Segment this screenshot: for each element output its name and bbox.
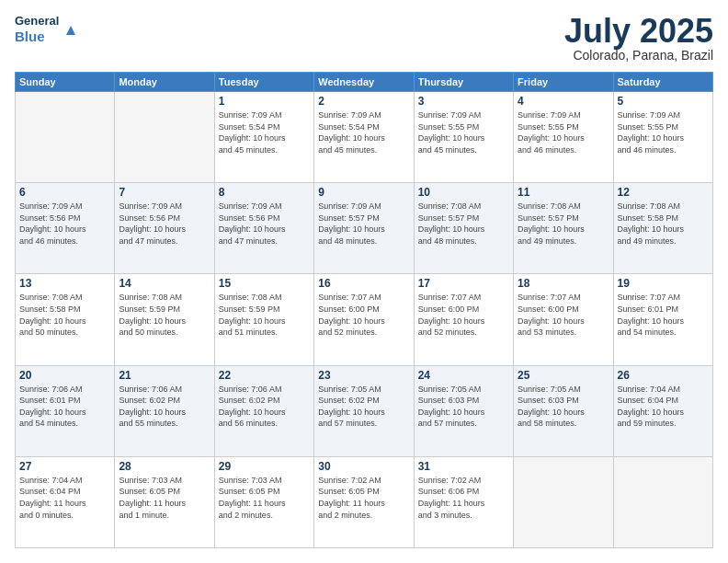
- day-info: Sunrise: 7:09 AM Sunset: 5:56 PM Dayligh…: [119, 201, 210, 247]
- day-info: Sunrise: 7:08 AM Sunset: 5:57 PM Dayligh…: [518, 201, 609, 247]
- title-section: July 2025 Colorado, Parana, Brazil: [564, 15, 713, 63]
- calendar-cell: 25Sunrise: 7:05 AM Sunset: 6:03 PM Dayli…: [514, 365, 613, 456]
- day-info: Sunrise: 7:07 AM Sunset: 6:00 PM Dayligh…: [518, 292, 609, 338]
- day-info: Sunrise: 7:08 AM Sunset: 5:59 PM Dayligh…: [219, 292, 310, 338]
- page: General Blue July 2025 Colorado, Parana,…: [0, 0, 728, 563]
- day-number: 3: [418, 95, 509, 108]
- svg-marker-0: [66, 26, 75, 35]
- calendar-cell: 14Sunrise: 7:08 AM Sunset: 5:59 PM Dayli…: [115, 274, 214, 365]
- day-info: Sunrise: 7:05 AM Sunset: 6:03 PM Dayligh…: [518, 384, 609, 430]
- day-number: 29: [219, 460, 310, 473]
- calendar-cell: 9Sunrise: 7:09 AM Sunset: 5:57 PM Daylig…: [314, 183, 414, 274]
- header-sunday: Sunday: [16, 73, 115, 92]
- day-info: Sunrise: 7:07 AM Sunset: 6:00 PM Dayligh…: [318, 292, 409, 338]
- calendar-cell: 30Sunrise: 7:02 AM Sunset: 6:05 PM Dayli…: [314, 456, 414, 547]
- day-info: Sunrise: 7:09 AM Sunset: 5:56 PM Dayligh…: [19, 201, 110, 247]
- calendar-cell: 2Sunrise: 7:09 AM Sunset: 5:54 PM Daylig…: [314, 92, 414, 183]
- day-number: 22: [219, 369, 310, 382]
- day-number: 30: [318, 460, 409, 473]
- calendar-cell: 23Sunrise: 7:05 AM Sunset: 6:02 PM Dayli…: [314, 365, 414, 456]
- logo-text: General Blue: [15, 15, 59, 44]
- day-info: Sunrise: 7:03 AM Sunset: 6:05 PM Dayligh…: [119, 475, 210, 521]
- day-number: 14: [119, 277, 210, 290]
- calendar-cell: 27Sunrise: 7:04 AM Sunset: 6:04 PM Dayli…: [16, 456, 115, 547]
- weekday-header-row: Sunday Monday Tuesday Wednesday Thursday…: [16, 73, 713, 92]
- logo-chevron-icon: [63, 20, 81, 39]
- calendar-cell: 28Sunrise: 7:03 AM Sunset: 6:05 PM Dayli…: [115, 456, 214, 547]
- day-info: Sunrise: 7:08 AM Sunset: 5:59 PM Dayligh…: [119, 292, 210, 338]
- calendar-cell: 1Sunrise: 7:09 AM Sunset: 5:54 PM Daylig…: [214, 92, 313, 183]
- calendar-cell: 7Sunrise: 7:09 AM Sunset: 5:56 PM Daylig…: [115, 183, 214, 274]
- header-friday: Friday: [514, 73, 613, 92]
- day-info: Sunrise: 7:05 AM Sunset: 6:03 PM Dayligh…: [418, 384, 509, 430]
- day-number: 10: [418, 186, 509, 199]
- calendar-cell: 18Sunrise: 7:07 AM Sunset: 6:00 PM Dayli…: [514, 274, 613, 365]
- calendar-cell: 6Sunrise: 7:09 AM Sunset: 5:56 PM Daylig…: [16, 183, 115, 274]
- day-info: Sunrise: 7:09 AM Sunset: 5:55 PM Dayligh…: [518, 109, 609, 155]
- calendar-cell: 17Sunrise: 7:07 AM Sunset: 6:00 PM Dayli…: [414, 274, 513, 365]
- day-info: Sunrise: 7:08 AM Sunset: 5:57 PM Dayligh…: [418, 201, 509, 247]
- day-info: Sunrise: 7:06 AM Sunset: 6:02 PM Dayligh…: [219, 384, 310, 430]
- calendar-cell: 8Sunrise: 7:09 AM Sunset: 5:56 PM Daylig…: [214, 183, 313, 274]
- day-number: 31: [418, 460, 509, 473]
- calendar-cell: 21Sunrise: 7:06 AM Sunset: 6:02 PM Dayli…: [115, 365, 214, 456]
- day-info: Sunrise: 7:09 AM Sunset: 5:55 PM Dayligh…: [418, 109, 509, 155]
- day-info: Sunrise: 7:09 AM Sunset: 5:56 PM Dayligh…: [219, 201, 310, 247]
- location-subtitle: Colorado, Parana, Brazil: [564, 48, 713, 63]
- day-number: 5: [618, 95, 709, 108]
- day-number: 9: [318, 186, 409, 199]
- calendar-row: 1Sunrise: 7:09 AM Sunset: 5:54 PM Daylig…: [16, 92, 713, 183]
- day-info: Sunrise: 7:04 AM Sunset: 6:04 PM Dayligh…: [19, 475, 110, 521]
- day-number: 6: [19, 186, 110, 199]
- day-info: Sunrise: 7:09 AM Sunset: 5:54 PM Dayligh…: [219, 109, 310, 155]
- day-info: Sunrise: 7:06 AM Sunset: 6:01 PM Dayligh…: [19, 384, 110, 430]
- day-number: 25: [518, 369, 609, 382]
- day-info: Sunrise: 7:04 AM Sunset: 6:04 PM Dayligh…: [618, 384, 709, 430]
- day-number: 28: [119, 460, 210, 473]
- calendar-cell: 20Sunrise: 7:06 AM Sunset: 6:01 PM Dayli…: [16, 365, 115, 456]
- day-info: Sunrise: 7:09 AM Sunset: 5:54 PM Dayligh…: [318, 109, 409, 155]
- day-number: 19: [618, 277, 709, 290]
- calendar-cell: 3Sunrise: 7:09 AM Sunset: 5:55 PM Daylig…: [414, 92, 513, 183]
- calendar-cell: 19Sunrise: 7:07 AM Sunset: 6:01 PM Dayli…: [613, 274, 712, 365]
- header: General Blue July 2025 Colorado, Parana,…: [15, 15, 713, 63]
- calendar-cell: 22Sunrise: 7:06 AM Sunset: 6:02 PM Dayli…: [214, 365, 313, 456]
- calendar-cell: [115, 92, 214, 183]
- calendar-cell: 13Sunrise: 7:08 AM Sunset: 5:58 PM Dayli…: [16, 274, 115, 365]
- calendar-cell: 11Sunrise: 7:08 AM Sunset: 5:57 PM Dayli…: [514, 183, 613, 274]
- calendar-cell: 15Sunrise: 7:08 AM Sunset: 5:59 PM Dayli…: [214, 274, 313, 365]
- calendar-cell: 29Sunrise: 7:03 AM Sunset: 6:05 PM Dayli…: [214, 456, 313, 547]
- calendar-cell: 4Sunrise: 7:09 AM Sunset: 5:55 PM Daylig…: [514, 92, 613, 183]
- day-number: 11: [518, 186, 609, 199]
- calendar-cell: 5Sunrise: 7:09 AM Sunset: 5:55 PM Daylig…: [613, 92, 712, 183]
- header-thursday: Thursday: [414, 73, 513, 92]
- header-wednesday: Wednesday: [314, 73, 414, 92]
- calendar-cell: 16Sunrise: 7:07 AM Sunset: 6:00 PM Dayli…: [314, 274, 414, 365]
- calendar-table: Sunday Monday Tuesday Wednesday Thursday…: [15, 72, 713, 548]
- day-number: 18: [518, 277, 609, 290]
- calendar-cell: 10Sunrise: 7:08 AM Sunset: 5:57 PM Dayli…: [414, 183, 513, 274]
- day-number: 13: [19, 277, 110, 290]
- day-info: Sunrise: 7:09 AM Sunset: 5:57 PM Dayligh…: [318, 201, 409, 247]
- day-number: 2: [318, 95, 409, 108]
- calendar-row: 20Sunrise: 7:06 AM Sunset: 6:01 PM Dayli…: [16, 365, 713, 456]
- day-info: Sunrise: 7:07 AM Sunset: 6:00 PM Dayligh…: [418, 292, 509, 338]
- header-tuesday: Tuesday: [214, 73, 313, 92]
- day-number: 24: [418, 369, 509, 382]
- calendar-row: 6Sunrise: 7:09 AM Sunset: 5:56 PM Daylig…: [16, 183, 713, 274]
- calendar-row: 27Sunrise: 7:04 AM Sunset: 6:04 PM Dayli…: [16, 456, 713, 547]
- day-info: Sunrise: 7:05 AM Sunset: 6:02 PM Dayligh…: [318, 384, 409, 430]
- calendar-cell: [613, 456, 712, 547]
- day-number: 12: [618, 186, 709, 199]
- day-number: 1: [219, 95, 310, 108]
- calendar-cell: 12Sunrise: 7:08 AM Sunset: 5:58 PM Dayli…: [613, 183, 712, 274]
- day-info: Sunrise: 7:07 AM Sunset: 6:01 PM Dayligh…: [618, 292, 709, 338]
- month-title: July 2025: [564, 15, 713, 48]
- day-info: Sunrise: 7:02 AM Sunset: 6:05 PM Dayligh…: [318, 475, 409, 521]
- day-number: 23: [318, 369, 409, 382]
- day-info: Sunrise: 7:06 AM Sunset: 6:02 PM Dayligh…: [119, 384, 210, 430]
- day-number: 17: [418, 277, 509, 290]
- calendar-cell: [16, 92, 115, 183]
- day-number: 27: [19, 460, 110, 473]
- calendar-row: 13Sunrise: 7:08 AM Sunset: 5:58 PM Dayli…: [16, 274, 713, 365]
